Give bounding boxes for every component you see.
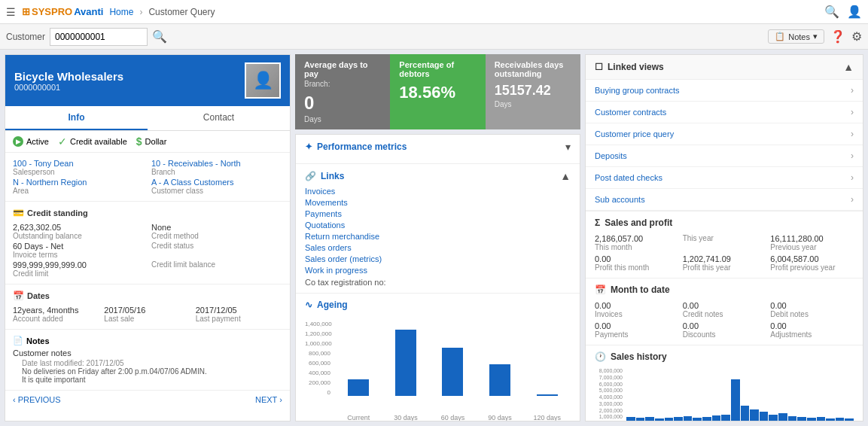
previous-button[interactable]: ‹ PREVIOUS <box>13 395 61 404</box>
credit-method: None Credit method <box>151 223 282 240</box>
performance-collapse[interactable]: ▾ <box>565 141 571 153</box>
customer-name: Bicycle Wholesalers <box>14 70 123 83</box>
tab-contact[interactable]: Contact <box>148 106 290 130</box>
chevron-left-icon: ‹ <box>13 395 16 404</box>
next-button[interactable]: NEXT › <box>255 395 282 404</box>
avatar-image: 👤 <box>246 62 279 99</box>
sh-bar <box>778 413 787 421</box>
linked-buying-group[interactable]: Buying group contracts › <box>586 80 863 102</box>
middle-sections: ✦ Performance metrics ▾ 🔗 Links ▲ Invoic… <box>295 134 580 421</box>
status-dollar: $ Dollar <box>136 135 167 148</box>
sh-bars <box>595 368 854 421</box>
customer-search-input[interactable] <box>50 28 148 46</box>
link-return-merchandise[interactable]: Return merchandise <box>305 232 571 241</box>
search-nav-icon[interactable]: 🔍 <box>824 5 839 19</box>
sh-bar <box>797 417 806 421</box>
link-invoices[interactable]: Invoices <box>305 187 571 196</box>
linked-views-collapse[interactable]: ▲ <box>843 61 854 73</box>
avg-days-card: Average days to pay Branch: 0 Days <box>295 54 390 129</box>
links-list: Invoices Movements Payments Quotations R… <box>305 187 571 275</box>
links-icon: 🔗 <box>305 171 316 181</box>
link-sales-orders[interactable]: Sales orders <box>305 243 571 252</box>
link-movements[interactable]: Movements <box>305 198 571 207</box>
links-collapse[interactable]: ▲ <box>560 170 571 182</box>
sh-bar <box>826 418 835 421</box>
sales-history-title: 🕐 Sales history <box>595 351 854 362</box>
sh-bar <box>702 417 711 421</box>
help-icon[interactable]: ❓ <box>830 29 845 44</box>
links-title: 🔗 Links <box>305 171 344 181</box>
customer-class-label: Customer class <box>151 187 282 195</box>
dollar-icon: $ <box>136 135 142 148</box>
sh-bar <box>712 415 721 421</box>
sh-bar <box>788 416 797 421</box>
credit-limit-balance: Credit limit balance <box>151 260 282 278</box>
sh-bar <box>731 379 740 421</box>
area-label: Area <box>13 187 144 195</box>
sh-bar <box>807 418 816 421</box>
chevron-right-icon: › <box>279 395 282 404</box>
link-payments[interactable]: Payments <box>305 209 571 218</box>
linked-deposits[interactable]: Deposits › <box>586 145 863 167</box>
branch-link[interactable]: 10 - Receivables - North <box>151 159 282 168</box>
sh-bar <box>636 418 645 421</box>
search-button[interactable]: 🔍 <box>152 29 167 44</box>
area-link[interactable]: N - Northern Region <box>13 178 144 187</box>
sales-profit-title: Σ Sales and profit <box>595 218 854 228</box>
linked-sub-accounts[interactable]: Sub accounts › <box>586 189 863 211</box>
hamburger-icon[interactable]: ☰ <box>6 6 16 18</box>
sh-bar <box>817 417 826 421</box>
sales-profit-grid: 2,186,057.00 This month This year 16,111… <box>595 234 854 272</box>
notes-section: 📄 Notes Customer notes Date last modifie… <box>5 330 290 390</box>
user-icon[interactable]: 👤 <box>847 5 862 19</box>
customer-class-link[interactable]: A - A Class Customers <box>151 178 282 187</box>
sh-bar <box>750 409 759 421</box>
sh-bar <box>845 418 854 421</box>
app-logo: ⊞SYSPROAvanti <box>22 6 103 17</box>
top-nav: ☰ ⊞SYSPROAvanti Home › Customer Query 🔍 … <box>0 0 868 24</box>
customer-header: Bicycle Wholesalers 0000000001 👤 <box>5 55 290 106</box>
linked-post-dated[interactable]: Post dated checks › <box>586 167 863 189</box>
linked-customer-contracts[interactable]: Customer contracts › <box>586 102 863 123</box>
area-field: N - Northern Region Area <box>13 178 144 195</box>
invoice-terms: 60 Days - Net Invoice terms <box>13 242 144 259</box>
ageing-section: ∿ Ageing 1,400,000 1,200,000 1,000,000 8… <box>296 294 580 421</box>
sp-prev-year: 16,111,280.00 Previous year <box>770 234 854 251</box>
linked-views-title: ☐ Linked views <box>595 62 664 72</box>
tab-info[interactable]: Info <box>5 106 148 130</box>
sh-y-axis: 8,000,000 7,000,000 6,000,000 5,000,000 … <box>595 368 625 421</box>
link-work-in-progress[interactable]: Work in progress <box>305 266 571 275</box>
home-link[interactable]: Home <box>109 7 133 17</box>
stats-row: Average days to pay Branch: 0 Days Perce… <box>295 54 580 129</box>
mtd-adjustments: 0.00 Adjustments <box>770 321 854 339</box>
notes-icon: 📋 <box>775 32 785 41</box>
info-grid: 100 - Tony Dean Salesperson 10 - Receiva… <box>5 153 290 202</box>
sh-bar <box>721 415 730 421</box>
sh-bar <box>655 418 664 421</box>
settings-icon[interactable]: ⚙ <box>851 29 862 44</box>
links-header: 🔗 Links ▲ <box>305 170 571 182</box>
salesperson-link[interactable]: 100 - Tony Dean <box>13 159 144 168</box>
month-to-date-section: 📅 Month to date 0.00 Invoices 0.00 Credi… <box>586 278 863 345</box>
account-added: 12years, 4months Account added <box>13 306 99 323</box>
customer-label: Customer <box>6 32 45 42</box>
sh-bar <box>769 415 778 421</box>
linked-icon: ☐ <box>595 62 603 72</box>
link-sales-order-metrics[interactable]: Sales order (metrics) <box>305 254 571 263</box>
link-quotations[interactable]: Quotations <box>305 221 571 230</box>
performance-section: ✦ Performance metrics ▾ <box>296 135 580 164</box>
mtd-credit-notes: 0.00 Credit notes <box>683 301 766 318</box>
sh-bar <box>674 417 683 421</box>
sh-bar <box>684 416 693 421</box>
linked-items-list: Buying group contracts › Customer contra… <box>586 80 863 211</box>
notes-button[interactable]: 📋 Notes ▾ <box>768 29 824 44</box>
links-section: 🔗 Links ▲ Invoices Movements Payments Qu… <box>296 164 580 294</box>
branch-field: 10 - Receivables - North Branch <box>151 159 282 176</box>
arrow-icon: › <box>851 107 854 117</box>
breadcrumb-sep: › <box>139 7 142 17</box>
ageing-icon: ∿ <box>305 300 312 310</box>
ageing-bars <box>305 321 571 396</box>
dates-section: 📅 Dates 12years, 4months Account added 2… <box>5 285 290 330</box>
linked-customer-price[interactable]: Customer price query › <box>586 123 863 145</box>
arrow-icon: › <box>851 151 854 161</box>
